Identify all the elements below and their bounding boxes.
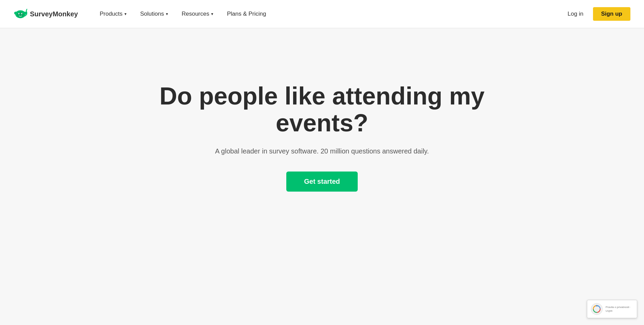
nav-item-solutions[interactable]: Solutions ▾ (135, 8, 173, 20)
get-started-button[interactable]: Get started (286, 172, 358, 192)
nav-right: Log in Sign up (563, 7, 630, 21)
solutions-label: Solutions (140, 11, 164, 17)
recaptcha-badge: Pravila o privatnosti · Uvjeti (587, 300, 637, 318)
hero-subtitle: A global leader in survey software. 20 m… (215, 147, 429, 155)
brand-name: SurveyMonkey (30, 10, 78, 18)
nav-item-plans[interactable]: Plans & Pricing (221, 8, 271, 20)
navbar-left: SurveyMonkey Products ▾ Solutions ▾ Reso… (14, 8, 272, 20)
login-button[interactable]: Log in (563, 8, 587, 20)
recaptcha-icon (591, 303, 603, 315)
recaptcha-text: Pravila o privatnosti · Uvjeti (606, 305, 633, 313)
products-label: Products (100, 11, 122, 17)
navbar: SurveyMonkey Products ▾ Solutions ▾ Reso… (0, 0, 644, 28)
svg-point-2 (24, 12, 27, 14)
resources-label: Resources (182, 11, 209, 17)
hero-section: Do people like attending my events? A gl… (0, 28, 644, 219)
svg-point-1 (14, 12, 17, 14)
resources-chevron-icon: ▾ (211, 12, 213, 16)
svg-point-8 (20, 14, 21, 15)
hero-title: Do people like attending my events? (118, 83, 526, 136)
nav-item-products[interactable]: Products ▾ (94, 8, 132, 20)
nav-item-resources[interactable]: Resources ▾ (176, 8, 219, 20)
svg-point-6 (19, 14, 20, 14)
signup-button[interactable]: Sign up (593, 7, 630, 21)
logo[interactable]: SurveyMonkey (14, 8, 78, 20)
products-chevron-icon: ▾ (124, 12, 126, 16)
plans-label: Plans & Pricing (227, 11, 266, 17)
solutions-chevron-icon: ▾ (166, 12, 168, 16)
nav-links: Products ▾ Solutions ▾ Resources ▾ Plans… (94, 8, 272, 20)
svg-point-7 (22, 14, 22, 14)
logo-icon (14, 8, 27, 20)
